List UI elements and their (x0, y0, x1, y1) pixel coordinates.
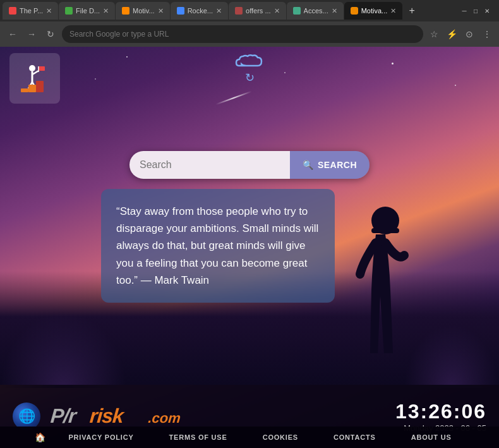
search-icon: 🔍 (303, 160, 314, 170)
person-silhouette (322, 195, 436, 385)
bookmark-icon[interactable]: ☆ (427, 27, 441, 41)
footer-nav-privacy-label: PRIVACY POLICY (68, 433, 133, 441)
rocks-left (0, 312, 126, 388)
tab-5[interactable]: offers ... ✕ (229, 2, 286, 20)
search-button-label: SEARCH (318, 160, 357, 170)
new-tab-button[interactable]: + (403, 2, 421, 20)
footer-nav-icon-home: 🏠 (30, 432, 51, 442)
tab-close-3[interactable]: ✕ (158, 7, 164, 15)
tab-title-5: offers ... (246, 7, 271, 15)
quote-text: “Stay away from those people who try to … (116, 205, 318, 286)
tab-favicon-3 (122, 7, 129, 15)
tab-favicon-6 (293, 7, 301, 15)
minimize-button[interactable]: ─ (460, 6, 469, 15)
footer-nav-contacts[interactable]: CONTACTS (316, 427, 394, 448)
tab-close-2[interactable]: ✕ (103, 7, 109, 15)
tab-title-1: The P... (20, 7, 43, 15)
forward-button[interactable]: → (24, 27, 39, 42)
svg-text:.com: .com (148, 410, 181, 426)
cloud-logo-icon: ↻ (234, 52, 265, 76)
tab-favicon-5 (235, 7, 243, 15)
window-controls: ─ □ ✕ (460, 6, 496, 15)
maximize-button[interactable]: □ (471, 6, 480, 15)
close-window-button[interactable]: ✕ (483, 6, 491, 15)
toolbar-icons: ☆ ⚡ ⊙ ⋮ (427, 27, 494, 41)
svg-rect-7 (21, 88, 28, 92)
tab-2[interactable]: File D... ✕ (59, 2, 115, 20)
footer-nav-terms-label: TERMS OF USE (169, 433, 227, 441)
search-input[interactable] (129, 151, 290, 179)
footer-nav-contacts-label: CONTACTS (334, 433, 376, 441)
quote-box: “Stay away from those people who try to … (101, 189, 335, 303)
svg-rect-3 (39, 66, 45, 71)
reload-button[interactable]: ↻ (43, 27, 58, 42)
tab-title-6: Acces... (304, 7, 328, 15)
svg-text:P/r: P/r (51, 404, 78, 427)
address-input[interactable] (62, 25, 423, 43)
footer-nav-cookies[interactable]: COOKIES (245, 427, 316, 448)
search-button[interactable]: 🔍 SEARCH (290, 151, 370, 179)
svg-rect-9 (36, 81, 44, 92)
footer-nav: 🏠 PRIVACY POLICY TERMS OF USE COOKIES CO… (0, 427, 499, 448)
tab-favicon-1 (9, 7, 16, 15)
tab-3[interactable]: Motiv... ✕ (116, 2, 170, 20)
menu-icon[interactable]: ⋮ (480, 27, 494, 41)
tab-close-1[interactable]: ✕ (46, 7, 52, 15)
tab-close-5[interactable]: ✕ (274, 7, 280, 15)
tab-favicon-7 (351, 7, 358, 15)
tab-7[interactable]: Motiva... ✕ (344, 2, 403, 20)
svg-rect-8 (28, 85, 36, 92)
site-logo-topleft (9, 53, 60, 104)
svg-rect-11 (371, 228, 399, 233)
browser-chrome: The P... ✕ File D... ✕ Motiv... ✕ Rocke.… (0, 0, 499, 47)
tab-title-7: Motiva... (361, 7, 388, 15)
tab-4[interactable]: Rocke... ✕ (171, 2, 228, 20)
tab-close-6[interactable]: ✕ (332, 7, 337, 15)
footer-clock: 13:26:06 (395, 400, 486, 423)
tab-bar: The P... ✕ File D... ✕ Motiv... ✕ Rocke.… (0, 0, 499, 21)
tab-title-4: Rocke... (188, 7, 213, 15)
svg-text:risk: risk (90, 404, 126, 427)
tab-favicon-2 (65, 7, 73, 15)
footer-nav-terms[interactable]: TERMS OF USE (152, 427, 245, 448)
tab-6[interactable]: Acces... ✕ (287, 2, 344, 20)
profile-icon[interactable]: ⊙ (462, 27, 476, 41)
footer-nav-about-label: ABOUT US (411, 433, 452, 441)
tab-title-3: Motiv... (133, 7, 155, 15)
address-bar-row: ← → ↻ ☆ ⚡ ⊙ ⋮ (0, 21, 499, 47)
tab-title-2: File D... (76, 7, 100, 15)
back-button[interactable]: ← (5, 27, 20, 42)
tab-close-7[interactable]: ✕ (390, 7, 396, 15)
footer-nav-privacy[interactable]: PRIVACY POLICY (51, 427, 151, 448)
footer-nav-cookies-label: COOKIES (263, 433, 298, 441)
extension-icon[interactable]: ⚡ (445, 27, 459, 41)
svg-point-0 (29, 65, 35, 71)
progress-logo-svg (15, 58, 56, 99)
footer-nav-about[interactable]: ABOUT US (394, 427, 469, 448)
tab-favicon-4 (177, 7, 184, 15)
tab-close-4[interactable]: ✕ (216, 7, 222, 15)
tab-1[interactable]: The P... ✕ (3, 2, 58, 20)
search-container: 🔍 SEARCH (129, 151, 370, 179)
page-content: ↻ (0, 47, 499, 448)
